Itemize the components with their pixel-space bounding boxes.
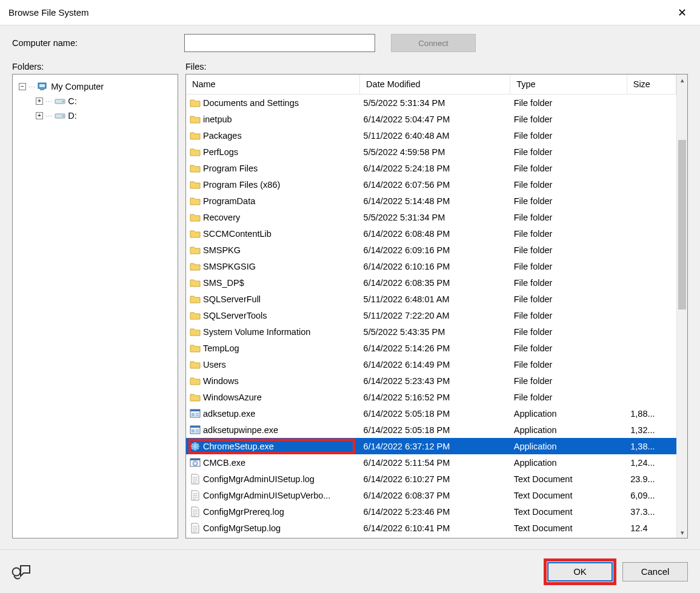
- col-type-header[interactable]: Type: [510, 75, 627, 94]
- col-size-header[interactable]: Size: [627, 75, 676, 94]
- tree-drive[interactable]: +··· D:: [16, 108, 174, 123]
- file-row[interactable]: ConfigMgrAdminUISetup.log6/14/2022 6:10:…: [186, 471, 676, 487]
- file-size: [627, 307, 676, 323]
- file-row[interactable]: SQLServerFull5/11/2022 6:48:01 AMFile fo…: [186, 291, 676, 307]
- file-row[interactable]: ConfigMgrSetup.log6/14/2022 6:10:41 PMTe…: [186, 520, 676, 536]
- file-size: 1,32...: [627, 422, 676, 438]
- files-header-row[interactable]: Name Date Modified Type Size: [186, 75, 676, 94]
- file-row[interactable]: Packages5/11/2022 6:40:48 AMFile folder: [186, 127, 676, 144]
- scroll-down-icon[interactable]: ▾: [677, 527, 687, 538]
- tree-expand-icon[interactable]: +: [36, 98, 43, 105]
- file-type: File folder: [510, 144, 627, 160]
- tree-root[interactable]: − ··· My Computer: [16, 79, 174, 94]
- file-date: 6/14/2022 5:14:48 PM: [360, 193, 510, 209]
- file-row[interactable]: Documents and Settings5/5/2022 5:31:34 P…: [186, 94, 676, 111]
- files-scroll[interactable]: Name Date Modified Type Size Documents a…: [186, 75, 676, 538]
- folder-icon: [190, 376, 201, 386]
- tree-drive[interactable]: +··· C:: [16, 94, 174, 108]
- file-name: WindowsAzure: [203, 393, 262, 402]
- file-row[interactable]: Program Files6/14/2022 5:24:18 PMFile fo…: [186, 160, 676, 176]
- file-name: SQLServerFull: [203, 294, 261, 304]
- file-row[interactable]: inetpub6/14/2022 5:04:47 PMFile folder: [186, 111, 676, 127]
- file-row[interactable]: Recovery5/5/2022 5:31:34 PMFile folder: [186, 209, 676, 225]
- file-type: Application: [510, 454, 627, 471]
- file-size: [627, 160, 676, 176]
- file-name: System Volume Information: [203, 327, 310, 337]
- computer-name-input[interactable]: [184, 34, 375, 52]
- file-type: File folder: [510, 356, 627, 373]
- file-date: 6/14/2022 5:23:43 PM: [360, 373, 510, 389]
- file-row[interactable]: ChromeSetup.exe6/14/2022 6:37:12 PMAppli…: [186, 438, 676, 454]
- file-name: SCCMContentLib: [203, 229, 272, 239]
- folder-icon: [190, 212, 201, 223]
- close-icon[interactable]: ✕: [673, 4, 692, 22]
- file-row[interactable]: Users6/14/2022 6:14:49 PMFile folder: [186, 356, 676, 373]
- cancel-button[interactable]: Cancel: [622, 562, 688, 581]
- file-size: [627, 242, 676, 258]
- file-row[interactable]: System Volume Information5/5/2022 5:43:3…: [186, 323, 676, 340]
- file-row[interactable]: adksetup.exe6/14/2022 5:05:18 PMApplicat…: [186, 405, 676, 422]
- file-row[interactable]: ProgramData6/14/2022 5:14:48 PMFile fold…: [186, 193, 676, 209]
- feedback-icon[interactable]: [10, 562, 32, 581]
- file-type: File folder: [510, 307, 627, 323]
- folder-icon: [190, 277, 201, 288]
- file-type: File folder: [510, 340, 627, 356]
- file-name: PerfLogs: [203, 147, 238, 157]
- file-type: File folder: [510, 242, 627, 258]
- vertical-scrollbar[interactable]: ▴ ▾: [676, 75, 687, 538]
- file-date: 5/5/2022 5:31:34 PM: [360, 94, 510, 111]
- file-size: 1,88...: [627, 405, 676, 422]
- file-row[interactable]: SMSPKG6/14/2022 6:09:16 PMFile folder: [186, 242, 676, 258]
- file-size: 12.4: [627, 520, 676, 536]
- file-row[interactable]: SMSPKGSIG6/14/2022 6:10:16 PMFile folder: [186, 258, 676, 274]
- file-name: Program Files (x86): [203, 180, 280, 190]
- col-date-header[interactable]: Date Modified: [360, 75, 510, 94]
- svg-point-6: [62, 115, 64, 116]
- tree-collapse-icon[interactable]: −: [19, 83, 26, 90]
- file-type: Application: [510, 405, 627, 422]
- file-row[interactable]: SQLServerTools5/11/2022 7:22:20 AMFile f…: [186, 307, 676, 323]
- files-list-pane: Name Date Modified Type Size Documents a…: [185, 74, 688, 538]
- file-type: Text Document: [510, 520, 627, 536]
- file-row[interactable]: CMCB.exe6/14/2022 5:11:54 PMApplication1…: [186, 454, 676, 471]
- folders-tree-pane[interactable]: − ··· My Computer +··· C:+··· D:: [12, 74, 178, 538]
- file-row[interactable]: Windows6/14/2022 5:23:43 PMFile folder: [186, 373, 676, 389]
- file-row[interactable]: WindowsAzure6/14/2022 5:16:52 PMFile fol…: [186, 389, 676, 405]
- file-date: 6/14/2022 5:05:18 PM: [360, 405, 510, 422]
- file-type: File folder: [510, 209, 627, 225]
- file-row[interactable]: ConfigMgrAdminUISetupVerbo...6/14/2022 6…: [186, 487, 676, 503]
- file-date: 6/14/2022 6:37:12 PM: [360, 438, 510, 454]
- tree-expand-icon[interactable]: +: [36, 112, 43, 119]
- file-size: [627, 373, 676, 389]
- tree-root-label: My Computer: [51, 82, 104, 91]
- col-name-header[interactable]: Name: [186, 75, 360, 94]
- file-type: File folder: [510, 258, 627, 274]
- file-date: 6/14/2022 6:09:16 PM: [360, 242, 510, 258]
- file-name: ConfigMgrAdminUISetup.log: [203, 474, 315, 484]
- scroll-track[interactable]: [677, 85, 687, 527]
- computer-name-label: Computer name:: [12, 38, 178, 48]
- svg-rect-16: [196, 431, 199, 432]
- file-date: 5/11/2022 6:48:01 AM: [360, 291, 510, 307]
- file-row[interactable]: TempLog6/14/2022 5:14:26 PMFile folder: [186, 340, 676, 356]
- file-row[interactable]: SMS_DP$6/14/2022 6:08:35 PMFile folder: [186, 274, 676, 291]
- scroll-up-icon[interactable]: ▴: [677, 75, 687, 85]
- txt-icon: [190, 474, 201, 485]
- tree-connector: ···: [28, 83, 36, 90]
- svg-point-21: [195, 462, 196, 463]
- file-name: ConfigMgrAdminUISetupVerbo...: [203, 491, 330, 500]
- file-size: [627, 389, 676, 405]
- file-row[interactable]: ConfigMgrPrereq.log6/14/2022 5:23:46 PMT…: [186, 503, 676, 520]
- file-row[interactable]: adksetupwinpe.exe6/14/2022 5:05:18 PMApp…: [186, 422, 676, 438]
- file-row[interactable]: PerfLogs5/5/2022 4:59:58 PMFile folder: [186, 144, 676, 160]
- file-row[interactable]: SCCMContentLib6/14/2022 6:08:48 PMFile f…: [186, 225, 676, 242]
- svg-rect-13: [190, 426, 200, 428]
- file-date: 6/14/2022 6:08:35 PM: [360, 274, 510, 291]
- scroll-thumb[interactable]: [678, 140, 686, 310]
- file-type: File folder: [510, 291, 627, 307]
- drive-icon: [55, 111, 65, 121]
- file-size: [627, 127, 676, 144]
- file-row[interactable]: Program Files (x86)6/14/2022 6:07:56 PMF…: [186, 176, 676, 193]
- svg-rect-11: [196, 415, 199, 416]
- ok-button[interactable]: OK: [547, 562, 613, 581]
